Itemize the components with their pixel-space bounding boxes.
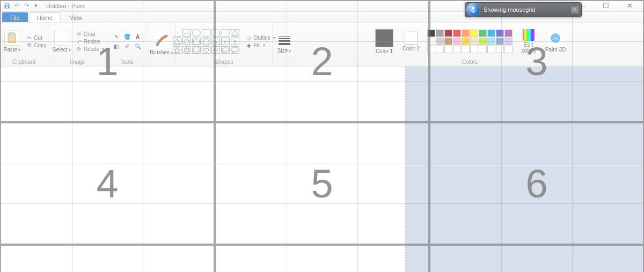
palette-swatch[interactable] [444,46,452,53]
group-label-colors: Colors [301,58,639,65]
palette-swatch[interactable] [436,38,444,45]
palette-swatch[interactable] [479,30,487,37]
palette-swatch[interactable] [444,30,452,37]
palette-swatch[interactable] [462,46,470,53]
color1-button[interactable]: Color 1 [374,29,395,54]
palette-swatch[interactable] [462,38,470,45]
group-label-clipboard: Clipboard [4,58,43,65]
edit-colors-button[interactable]: Edit colors [518,29,539,54]
svg-point-13 [222,48,229,52]
group-brushes: Brushes [147,23,176,66]
palette-swatch[interactable] [496,38,504,45]
group-colors: Color 1 Color 2 Edit colors Paint 3D [296,23,644,66]
cut-button[interactable]: ✂Cut [26,34,46,41]
svg-marker-10 [203,39,209,45]
qat-undo-icon[interactable]: ↶ [13,2,20,10]
palette-swatch[interactable] [436,30,444,37]
quick-access-toolbar: ↶ ↷ ▾ [0,2,43,10]
paint3d-button[interactable]: Paint 3D [545,31,566,53]
close-button[interactable]: ✕ [623,2,636,10]
outline-icon: ◇ [246,34,252,41]
palette-swatch[interactable] [470,46,478,53]
microphone-icon [466,3,480,17]
shape-outline-button[interactable]: ◇Outline [246,34,276,41]
palette-swatch[interactable] [504,46,513,53]
palette-swatch[interactable] [427,38,435,45]
shapes-gallery[interactable] [173,29,239,54]
svg-marker-6 [232,30,238,35]
copy-button[interactable]: ⧉Copy [26,42,46,48]
group-tools: ✎ 🪣 A ◧ ✐ 🔍 Tools [107,23,147,66]
palette-swatch[interactable] [479,46,487,53]
brushes-button[interactable]: Brushes [151,33,172,55]
svg-rect-2 [6,6,9,8]
group-label-shapes: Shapes [180,58,268,65]
crop-icon: ⧈ [76,31,82,37]
ribbon: Paste ✂Cut ⧉Copy Clipboard Select ⧈Crop … [0,23,644,67]
tab-view[interactable]: View [62,12,91,22]
size-button[interactable]: Size [274,35,295,54]
palette-swatch[interactable] [487,38,495,45]
palette-swatch[interactable] [496,30,504,37]
color2-button[interactable]: Color 2 [400,32,422,52]
svg-point-5 [156,43,159,46]
text-tool[interactable]: A [133,32,143,41]
tab-home[interactable]: Home [29,12,61,22]
color-palette[interactable] [427,30,513,53]
qat-customize-icon[interactable]: ▾ [32,2,40,10]
palette-swatch[interactable] [479,38,487,45]
maximize-button[interactable]: ☐ [599,2,613,10]
qat-save-icon[interactable] [3,2,11,10]
svg-rect-3 [8,33,16,43]
tools-grid: ✎ 🪣 A ◧ ✐ 🔍 [112,32,143,50]
palette-swatch[interactable] [453,30,461,37]
palette-swatch[interactable] [453,38,461,45]
brush-icon [154,33,169,48]
group-label-image: Image [53,58,103,65]
group-image: Select ⧈Crop ⤢Resize ⟳Rotate Image [48,23,107,66]
resize-icon: ⤢ [76,38,82,45]
scissors-icon: ✂ [26,34,32,41]
palette-swatch[interactable] [504,38,513,45]
palette-swatch[interactable] [462,30,470,37]
paste-button[interactable]: Paste [1,31,23,53]
work-area [0,67,644,272]
qat-redo-icon[interactable]: ↷ [23,2,30,10]
speech-close-button[interactable]: ✕ [570,5,579,14]
eraser-tool[interactable]: ◧ [112,42,121,50]
palette-swatch[interactable] [470,38,478,45]
tab-file[interactable]: File [2,12,28,22]
rotate-icon: ⟳ [76,46,82,52]
palette-swatch[interactable] [444,38,452,45]
select-icon [54,31,69,46]
paint-window: ↶ ↷ ▾ Untitled - Paint — ☐ ✕ File Home V… [0,0,644,272]
resize-button[interactable]: ⤢Resize [76,38,104,45]
palette-swatch[interactable] [487,30,495,37]
palette-swatch[interactable] [427,30,435,37]
svg-marker-11 [174,47,180,53]
select-button[interactable]: Select [51,31,72,53]
palette-swatch[interactable] [496,46,504,53]
magnifier-tool[interactable]: 🔍 [133,42,143,50]
palette-swatch[interactable] [487,46,495,53]
pencil-tool[interactable]: ✎ [112,32,121,41]
speech-status-toast[interactable]: Showing mousegrid ✕ [465,2,582,17]
rotate-button[interactable]: ⟳Rotate [76,46,104,52]
svg-marker-9 [193,39,200,45]
svg-rect-16 [472,6,474,10]
palette-swatch[interactable] [436,46,444,53]
canvas[interactable] [0,67,406,272]
shape-fill-button[interactable]: ◆Fill [246,42,276,48]
palette-swatch[interactable] [453,46,461,53]
palette-swatch[interactable] [470,30,478,37]
group-label-tools: Tools [112,58,142,65]
palette-swatch[interactable] [427,46,435,53]
copy-icon: ⧉ [26,42,32,48]
crop-button[interactable]: ⧈Crop [76,31,104,37]
window-title: Untitled - Paint [46,3,85,9]
palette-swatch[interactable] [504,30,513,37]
paint3d-icon [548,31,563,46]
fill-tool[interactable]: 🪣 [122,32,132,41]
picker-tool[interactable]: ✐ [122,42,132,50]
svg-marker-7 [174,39,180,44]
